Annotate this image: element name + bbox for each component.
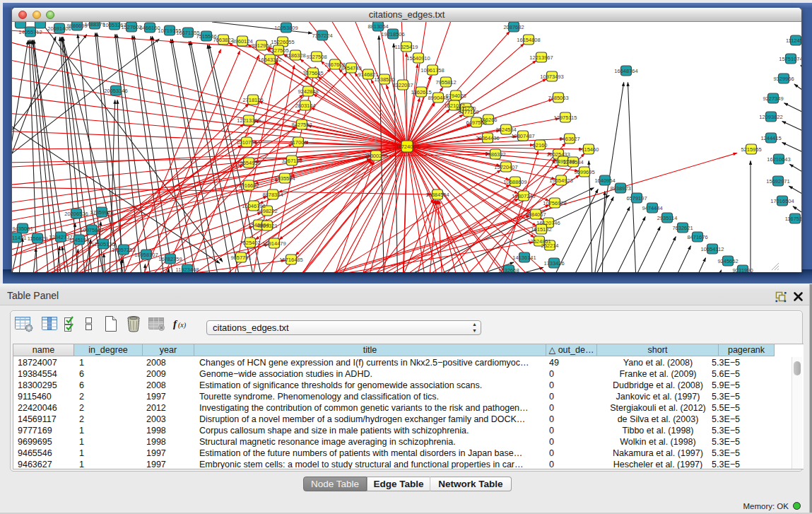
svg-text:8960124: 8960124	[232, 38, 252, 45]
svg-text:14136141: 14136141	[512, 255, 536, 261]
svg-text:7986322: 7986322	[485, 151, 505, 158]
svg-text:12093822: 12093822	[759, 114, 782, 120]
svg-text:9084067: 9084067	[525, 211, 546, 218]
svg-text:7632621: 7632621	[672, 225, 693, 231]
svg-text:3267130: 3267130	[281, 158, 302, 164]
svg-text:1244415: 1244415	[760, 135, 781, 141]
svg-text:10688609: 10688609	[503, 179, 526, 185]
svg-text:252214: 252214	[541, 243, 558, 249]
svg-text:19654923: 19654923	[549, 177, 572, 184]
svg-text:1733426: 1733426	[543, 260, 564, 267]
svg-text:7625402: 7625402	[240, 240, 260, 246]
svg-text:3911421: 3911421	[12, 235, 26, 241]
svg-text:17016504: 17016504	[770, 198, 794, 204]
svg-text:20206526: 20206526	[64, 211, 88, 217]
svg-text:8454749: 8454749	[341, 65, 361, 71]
svg-text:16120746: 16120746	[536, 220, 560, 226]
svg-text:12213369: 12213369	[237, 117, 260, 124]
svg-text:7663822: 7663822	[213, 37, 233, 43]
svg-text:1935594: 1935594	[274, 175, 295, 182]
svg-text:25300235: 25300235	[364, 153, 387, 159]
svg-text:16154808: 16154808	[517, 37, 540, 43]
svg-text:2803144: 2803144	[295, 103, 315, 109]
svg-text:9327508: 9327508	[306, 54, 326, 60]
svg-text:746266: 746266	[479, 117, 497, 123]
svg-text:15226055: 15226055	[271, 39, 294, 45]
svg-text:7485063: 7485063	[548, 95, 568, 101]
svg-text:9463627: 9463627	[559, 136, 579, 142]
svg-text:5215955: 5215955	[741, 146, 761, 153]
svg-text:1112458: 1112458	[786, 37, 801, 44]
svg-text:10961758: 10961758	[420, 67, 444, 74]
svg-text:1145194: 1145194	[69, 237, 90, 243]
svg-text:1527602: 1527602	[121, 24, 141, 30]
svg-text:8938923: 8938923	[610, 185, 630, 192]
svg-text:1349584: 1349584	[563, 159, 583, 165]
svg-text:1615132: 1615132	[531, 226, 551, 233]
svg-text:8471676: 8471676	[687, 234, 707, 240]
svg-text:8186328: 8186328	[285, 52, 305, 59]
svg-text:10053809: 10053809	[274, 25, 298, 31]
svg-text:1538520: 1538520	[374, 76, 394, 83]
svg-text:10807487: 10807487	[511, 133, 534, 139]
svg-text:1167534: 1167534	[785, 216, 801, 222]
svg-text:19384554: 19384554	[425, 192, 449, 198]
svg-text:15751074: 15751074	[779, 56, 801, 62]
svg-text:16914479: 16914479	[262, 240, 286, 247]
svg-text:6579197: 6579197	[626, 195, 647, 201]
svg-text:20053346: 20053346	[104, 88, 127, 94]
svg-text:10973493: 10973493	[540, 74, 563, 80]
svg-text:12975115: 12975115	[554, 115, 577, 121]
svg-text:9699695: 9699695	[574, 169, 594, 175]
svg-text:9132668: 9132668	[498, 267, 519, 272]
svg-text:15716485: 15716485	[279, 257, 302, 263]
svg-text:9498222: 9498222	[257, 208, 277, 214]
svg-text:10975867: 10975867	[80, 227, 103, 233]
svg-text:(x): (x)	[178, 321, 187, 329]
svg-text:19654955: 19654955	[237, 160, 260, 166]
svg-text:8427552: 8427552	[291, 122, 312, 128]
svg-text:16648764: 16648764	[614, 68, 637, 74]
svg-text:15640910: 15640910	[406, 55, 430, 62]
svg-text:10958107: 10958107	[134, 252, 158, 258]
svg-text:9474444: 9474444	[642, 205, 662, 211]
svg-text:9435061: 9435061	[12, 226, 33, 232]
svg-text:15692971: 15692971	[766, 178, 789, 185]
svg-text:1156829: 1156829	[28, 235, 48, 242]
svg-text:9115460: 9115460	[579, 146, 599, 153]
svg-text:17359928: 17359928	[90, 209, 113, 216]
svg-text:417006: 417006	[289, 139, 307, 146]
svg-text:9245652: 9245652	[717, 258, 738, 264]
svg-text:15720407: 15720407	[494, 164, 517, 170]
svg-text:18724007: 18724007	[395, 144, 418, 150]
svg-text:16210643: 16210643	[767, 156, 790, 163]
svg-text:14055712: 14055712	[18, 29, 42, 35]
svg-text:4869321: 4869321	[257, 223, 277, 229]
svg-text:2935114: 2935114	[657, 215, 678, 221]
svg-text:7955812: 7955812	[435, 79, 456, 86]
svg-text:8878334: 8878334	[262, 192, 283, 198]
svg-text:2087682: 2087682	[503, 24, 524, 30]
svg-text:16782759: 16782759	[158, 256, 182, 262]
svg-text:3624534: 3624534	[495, 127, 516, 133]
svg-text:10756928: 10756928	[543, 200, 566, 206]
svg-text:8322037: 8322037	[392, 82, 413, 88]
svg-text:3875645: 3875645	[302, 70, 323, 76]
svg-text:17957253: 17957253	[112, 247, 135, 253]
svg-text:20364436: 20364436	[476, 135, 499, 141]
svg-text:1916682: 1916682	[238, 182, 259, 189]
svg-text:1640954: 1640954	[594, 177, 615, 184]
svg-text:f: f	[173, 318, 178, 329]
svg-text:1010755: 1010755	[236, 139, 257, 146]
svg-text:9227349: 9227349	[763, 95, 783, 102]
svg-text:8813054: 8813054	[367, 23, 388, 30]
svg-text:6794028: 6794028	[445, 93, 466, 99]
svg-text:7357224: 7357224	[312, 33, 332, 39]
svg-text:9777169: 9777169	[458, 109, 478, 115]
svg-text:9242848: 9242848	[298, 88, 318, 95]
svg-text:12213967: 12213967	[529, 54, 553, 61]
svg-text:9031990: 9031990	[732, 267, 753, 272]
svg-text:10025433: 10025433	[546, 151, 570, 158]
svg-text:1488379: 1488379	[84, 22, 105, 28]
svg-text:62160: 62160	[533, 142, 548, 148]
